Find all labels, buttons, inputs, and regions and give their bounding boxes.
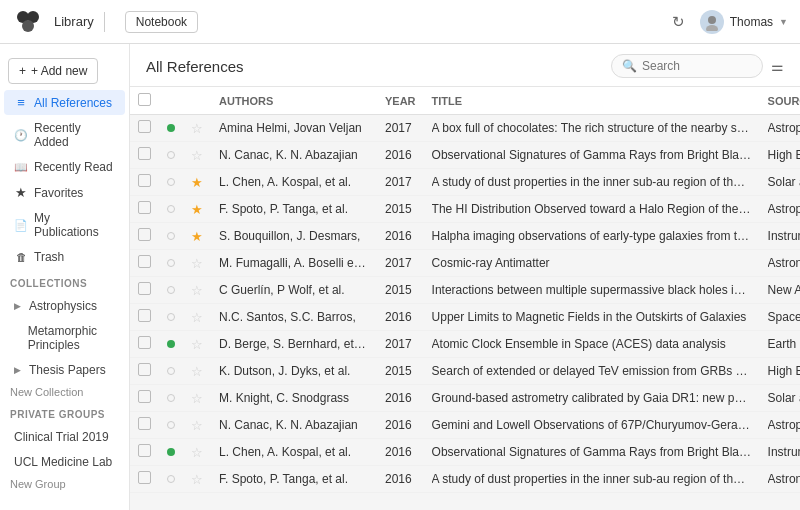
row-checkbox[interactable] xyxy=(138,471,151,484)
star-button[interactable]: ★ xyxy=(191,229,203,244)
avatar xyxy=(700,10,724,34)
cell-year: 2016 xyxy=(377,385,424,412)
sidebar-item-thesis[interactable]: ▶ Thesis Papers xyxy=(4,358,125,382)
star-button[interactable]: ☆ xyxy=(191,445,203,460)
new-group-link[interactable]: New Group xyxy=(0,475,129,493)
cell-checkbox xyxy=(130,385,159,412)
cell-dot xyxy=(159,466,183,493)
private-groups-section-title: PRIVATE GROUPS xyxy=(0,401,129,424)
star-button[interactable]: ★ xyxy=(191,202,203,217)
topbar-right: ↻ Thomas ▼ xyxy=(672,10,788,34)
cell-title: Ground-based astrometry calibrated by Ga… xyxy=(424,385,760,412)
cell-dot xyxy=(159,412,183,439)
cell-year: 2017 xyxy=(377,331,424,358)
row-checkbox[interactable] xyxy=(138,174,151,187)
star-button[interactable]: ☆ xyxy=(191,148,203,163)
star-button[interactable]: ☆ xyxy=(191,283,203,298)
sidebar-item-recently-read[interactable]: 📖 Recently Read xyxy=(4,155,125,179)
cell-year: 2015 xyxy=(377,277,424,304)
plus-icon: + xyxy=(19,64,26,78)
cell-source: New Astronomy xyxy=(760,277,800,304)
star-icon: ★ xyxy=(14,185,28,200)
sidebar-item-all-references[interactable]: ≡ All References xyxy=(4,90,125,115)
cell-title: Gemini and Lowell Observations of 67P/Ch… xyxy=(424,412,760,439)
new-collection-link[interactable]: New Collection xyxy=(0,383,129,401)
row-checkbox[interactable] xyxy=(138,120,151,133)
cell-year: 2016 xyxy=(377,439,424,466)
references-table: AUTHORS YEAR TITLE SOURCE ADDED ▼ FILE ☆… xyxy=(130,87,800,493)
star-button[interactable]: ☆ xyxy=(191,364,203,379)
cell-source: Astronomical Jour... xyxy=(760,250,800,277)
sidebar-item-favorites[interactable]: ★ Favorites xyxy=(4,180,125,205)
sidebar-item-ucl[interactable]: UCL Medicine Lab xyxy=(4,450,125,474)
star-button[interactable]: ☆ xyxy=(191,121,203,136)
cell-star: ☆ xyxy=(183,439,211,466)
row-checkbox[interactable] xyxy=(138,201,151,214)
status-dot xyxy=(167,394,175,402)
cell-source: High Energy Astro... xyxy=(760,358,800,385)
cell-star: ★ xyxy=(183,169,211,196)
cell-authors: M. Fumagalli, A. Boselli et al. xyxy=(211,250,377,277)
row-checkbox[interactable] xyxy=(138,282,151,295)
select-all-checkbox[interactable] xyxy=(138,93,151,106)
cell-dot xyxy=(159,331,183,358)
cell-year: 2016 xyxy=(377,466,424,493)
svg-point-4 xyxy=(706,25,718,31)
sidebar-item-clinical-trial[interactable]: Clinical Trial 2019 xyxy=(4,425,125,449)
cell-star: ☆ xyxy=(183,277,211,304)
row-checkbox[interactable] xyxy=(138,309,151,322)
cell-title: Cosmic-ray Antimatter xyxy=(424,250,760,277)
status-dot xyxy=(167,367,175,375)
row-checkbox[interactable] xyxy=(138,228,151,241)
row-checkbox[interactable] xyxy=(138,417,151,430)
cell-checkbox xyxy=(130,196,159,223)
sidebar-item-trash[interactable]: 🗑 Trash xyxy=(4,245,125,269)
star-button[interactable]: ☆ xyxy=(191,472,203,487)
cell-authors: N. Canac, K. N. Abazajian xyxy=(211,412,377,439)
cell-title: A study of dust properties in the inner … xyxy=(424,169,760,196)
cell-star: ☆ xyxy=(183,358,211,385)
cell-star: ☆ xyxy=(183,466,211,493)
cell-star: ★ xyxy=(183,196,211,223)
search-box[interactable]: 🔍 xyxy=(611,54,763,78)
star-button[interactable]: ☆ xyxy=(191,310,203,325)
cell-year: 2017 xyxy=(377,169,424,196)
user-area[interactable]: Thomas ▼ xyxy=(700,10,788,34)
cell-source: Earth and Planetary xyxy=(760,331,800,358)
star-button[interactable]: ★ xyxy=(191,175,203,190)
library-label: Library xyxy=(54,14,94,29)
arrow-icon: ▶ xyxy=(14,365,21,375)
star-button[interactable]: ☆ xyxy=(191,256,203,271)
row-checkbox[interactable] xyxy=(138,255,151,268)
sidebar-item-my-publications[interactable]: 📄 My Publications xyxy=(4,206,125,244)
col-dot xyxy=(159,87,183,115)
table-row: ☆ L. Chen, A. Kospal, et al. 2016 Observ… xyxy=(130,439,800,466)
sidebar-item-metamorphic[interactable]: Metamorphic Principles xyxy=(4,319,125,357)
cell-authors: F. Spoto, P. Tanga, et al. xyxy=(211,196,377,223)
star-button[interactable]: ☆ xyxy=(191,418,203,433)
refresh-icon[interactable]: ↻ xyxy=(672,13,690,31)
status-dot xyxy=(167,313,175,321)
sidebar-label: Recently Read xyxy=(34,160,113,174)
row-checkbox[interactable] xyxy=(138,444,151,457)
search-input[interactable] xyxy=(642,59,752,73)
cell-checkbox xyxy=(130,466,159,493)
row-checkbox[interactable] xyxy=(138,147,151,160)
notebook-button[interactable]: Notebook xyxy=(125,11,198,33)
star-button[interactable]: ☆ xyxy=(191,391,203,406)
cell-dot xyxy=(159,142,183,169)
cell-title: Observational Signatures of Gamma Rays f… xyxy=(424,439,760,466)
cell-dot xyxy=(159,439,183,466)
row-checkbox[interactable] xyxy=(138,390,151,403)
cell-authors: K. Dutson, J. Dyks, et al. xyxy=(211,358,377,385)
star-button[interactable]: ☆ xyxy=(191,337,203,352)
sidebar-item-astrophysics[interactable]: ▶ Astrophysics xyxy=(4,294,125,318)
cell-checkbox xyxy=(130,358,159,385)
filter-icon[interactable]: ⚌ xyxy=(771,58,784,74)
sidebar-item-recently-added[interactable]: 🕐 Recently Added xyxy=(4,116,125,154)
search-icon: 🔍 xyxy=(622,59,637,73)
row-checkbox[interactable] xyxy=(138,363,151,376)
row-checkbox[interactable] xyxy=(138,336,151,349)
cell-authors: M. Knight, C. Snodgrass xyxy=(211,385,377,412)
add-new-button[interactable]: + + Add new xyxy=(8,58,98,84)
